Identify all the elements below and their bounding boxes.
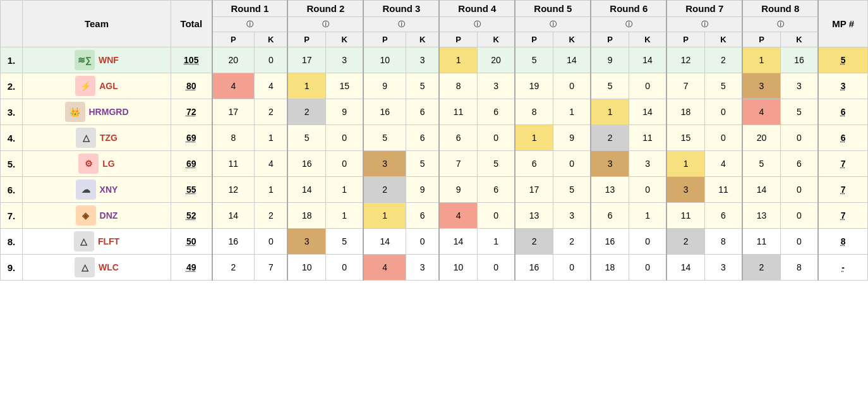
round-6-p-cell: 6 bbox=[591, 203, 629, 229]
team-cell: ≋∑ WNF bbox=[23, 47, 171, 73]
round-7-k-cell: 0 bbox=[704, 125, 742, 151]
round-3-k-cell: 5 bbox=[406, 151, 440, 177]
round-6-k-cell: 14 bbox=[629, 99, 666, 125]
round-8-p-cell: 1 bbox=[742, 47, 780, 73]
round-5-info[interactable]: ⓘ bbox=[515, 17, 591, 32]
rank-cell: 3. bbox=[1, 99, 23, 125]
round-2-p-cell: 18 bbox=[287, 203, 325, 229]
round-4-k-cell: 0 bbox=[477, 255, 515, 281]
round-8-p-cell: 3 bbox=[742, 73, 780, 99]
round-4-p-cell: 1 bbox=[439, 47, 477, 73]
table-row: 7. ◈ DNZ 521421811640133611161307 bbox=[1, 203, 868, 229]
rank-cell: 9. bbox=[1, 255, 23, 281]
round-1-k-cell: 2 bbox=[255, 99, 288, 125]
round-7-p-cell: 15 bbox=[666, 125, 704, 151]
team-name: WNF bbox=[99, 55, 119, 65]
rank-cell: 2. bbox=[1, 73, 23, 99]
round-1-p-cell: 17 bbox=[212, 99, 255, 125]
round-7-header: Round 7 bbox=[666, 1, 742, 17]
total-value: 52 bbox=[186, 210, 196, 221]
round-1-k-cell: 1 bbox=[255, 125, 288, 151]
round-6-k-cell: 1 bbox=[629, 203, 666, 229]
round-1-k-cell: 1 bbox=[255, 177, 288, 203]
round-1-p-cell: 8 bbox=[212, 125, 255, 151]
round-2-k-header: K bbox=[325, 32, 363, 47]
round-2-k-cell: 0 bbox=[325, 151, 363, 177]
round-5-header: Round 5 bbox=[515, 1, 591, 17]
round-2-p-cell: 10 bbox=[287, 255, 325, 281]
total-value: 69 bbox=[186, 133, 196, 143]
round-8-k-cell: 0 bbox=[780, 125, 818, 151]
round-6-p-cell: 9 bbox=[591, 47, 629, 73]
round-1-p-cell: 4 bbox=[212, 73, 255, 99]
round-8-p-header: P bbox=[742, 32, 780, 47]
round-6-p-header: P bbox=[591, 32, 629, 47]
round-4-p-cell: 6 bbox=[439, 125, 477, 151]
round-5-p-cell: 1 bbox=[515, 125, 553, 151]
round-4-p-cell: 9 bbox=[439, 177, 477, 203]
round-2-k-cell: 3 bbox=[325, 47, 363, 73]
team-cell: ⚙ LG bbox=[23, 151, 171, 177]
round-2-header: Round 2 bbox=[287, 1, 363, 17]
rank-header bbox=[1, 1, 23, 47]
rank-cell: 6. bbox=[1, 177, 23, 203]
round-8-info[interactable]: ⓘ bbox=[742, 17, 818, 32]
round-3-info[interactable]: ⓘ bbox=[363, 17, 439, 32]
round-7-p-cell: 14 bbox=[666, 255, 704, 281]
round-6-info[interactable]: ⓘ bbox=[591, 17, 666, 32]
round-6-p-cell: 1 bbox=[591, 99, 629, 125]
team-cell: △ TZG bbox=[23, 125, 171, 151]
round-4-p-cell: 11 bbox=[439, 99, 477, 125]
rank-cell: 7. bbox=[1, 203, 23, 229]
round-6-k-header: K bbox=[629, 32, 666, 47]
round-7-k-cell: 2 bbox=[704, 47, 742, 73]
round-1-k-cell: 7 bbox=[255, 255, 288, 281]
round-8-k-cell: 3 bbox=[780, 73, 818, 99]
round-5-k-cell: 14 bbox=[553, 47, 591, 73]
round-4-k-cell: 1 bbox=[477, 229, 515, 255]
round-8-p-cell: 14 bbox=[742, 177, 780, 203]
round-4-p-cell: 10 bbox=[439, 255, 477, 281]
round-7-k-cell: 8 bbox=[704, 229, 742, 255]
team-cell: ☁ XNY bbox=[23, 177, 171, 203]
round-6-p-cell: 13 bbox=[591, 177, 629, 203]
round-3-p-cell: 14 bbox=[363, 229, 406, 255]
round-7-p-cell: 3 bbox=[666, 177, 704, 203]
mp-value: 5 bbox=[841, 55, 846, 65]
round-7-p-cell: 2 bbox=[666, 229, 704, 255]
team-logo: ≋∑ bbox=[75, 50, 95, 70]
round-3-p-cell: 1 bbox=[363, 203, 406, 229]
mp-value: 8 bbox=[841, 236, 846, 246]
round-1-p-cell: 14 bbox=[212, 203, 255, 229]
total-value: 50 bbox=[186, 236, 196, 246]
round-7-p-cell: 1 bbox=[666, 151, 704, 177]
round-2-info[interactable]: ⓘ bbox=[287, 17, 363, 32]
round-3-k-header: K bbox=[406, 32, 440, 47]
round-1-k-cell: 4 bbox=[255, 151, 288, 177]
round-8-p-cell: 13 bbox=[742, 203, 780, 229]
round-5-p-cell: 16 bbox=[515, 255, 553, 281]
round-4-info[interactable]: ⓘ bbox=[439, 17, 515, 32]
round-7-p-cell: 12 bbox=[666, 47, 704, 73]
round-2-p-cell: 16 bbox=[287, 151, 325, 177]
round-7-info[interactable]: ⓘ bbox=[666, 17, 742, 32]
round-3-header: Round 3 bbox=[363, 1, 439, 17]
round-5-k-header: K bbox=[553, 32, 591, 47]
mp-header: MP # bbox=[818, 1, 867, 47]
standings-table: Team Total Round 1Round 2Round 3Round 4R… bbox=[0, 0, 868, 281]
round-8-p-cell: 20 bbox=[742, 125, 780, 151]
round-6-p-cell: 16 bbox=[591, 229, 629, 255]
round-7-k-cell: 6 bbox=[704, 203, 742, 229]
round-6-header: Round 6 bbox=[591, 1, 666, 17]
table-row: 1. ≋∑ WNF 1052001731031205149141221165 bbox=[1, 47, 868, 73]
round-7-k-cell: 11 bbox=[704, 177, 742, 203]
team-logo: ☁ bbox=[76, 179, 96, 200]
round-4-p-cell: 7 bbox=[439, 151, 477, 177]
team-logo: △ bbox=[74, 231, 94, 251]
round-2-k-cell: 0 bbox=[325, 255, 363, 281]
round-8-p-cell: 2 bbox=[742, 255, 780, 281]
round-5-p-cell: 13 bbox=[515, 203, 553, 229]
mp-value: 6 bbox=[841, 107, 846, 117]
round-1-info[interactable]: ⓘ bbox=[212, 17, 288, 32]
team-cell: △ WLC bbox=[23, 255, 171, 281]
